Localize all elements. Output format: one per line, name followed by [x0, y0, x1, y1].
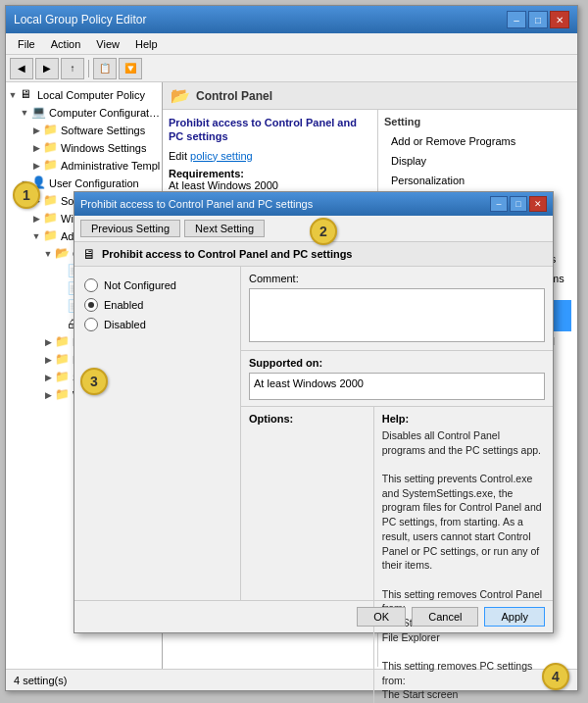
cp-edit-row: Edit policy setting: [169, 150, 371, 162]
expand-disp: [53, 282, 67, 296]
filter-button[interactable]: 🔽: [119, 58, 142, 79]
expand-win2: ▶: [41, 388, 55, 402]
menu-view[interactable]: View: [88, 36, 127, 52]
cp-policy-title: Prohibit access to Control Panel and PC …: [169, 116, 371, 144]
badge-4: 4: [542, 663, 569, 690]
cp-panel-title: Control Panel: [196, 89, 272, 103]
next-setting-button[interactable]: Next Setting: [184, 220, 265, 237]
main-title: Local Group Policy Editor: [14, 13, 146, 26]
maximize-button[interactable]: □: [528, 11, 548, 28]
dialog-title-btns: – □ ✕: [490, 196, 547, 212]
tree-label-computer-config: Computer Configuration: [49, 105, 162, 121]
list-item-display[interactable]: Display: [384, 151, 571, 171]
help-section: Help: Disables all Control Panel program…: [374, 407, 553, 703]
computer-icon: 🖥: [20, 87, 35, 101]
list-item-add-remove[interactable]: Add or Remove Programs: [384, 131, 571, 151]
expand-net: ▶: [41, 353, 55, 367]
cp-edit-label: Edit: [169, 150, 187, 162]
dialog-minimize[interactable]: –: [490, 196, 508, 212]
radio-circle-disabled: [84, 318, 98, 331]
supported-section: Supported on: At least Windows 2000: [241, 351, 553, 407]
radio-enabled[interactable]: Enabled: [84, 298, 230, 312]
tree-label-sw: Software Settings: [61, 123, 145, 138]
status-text: 4 setting(s): [14, 675, 67, 686]
dialog-title: Prohibit access to Control Panel and PC …: [80, 198, 313, 210]
folder-icon-9: 📁: [55, 352, 71, 366]
cancel-button[interactable]: Cancel: [412, 607, 478, 627]
apply-button[interactable]: Apply: [484, 607, 545, 627]
folder-icon-7: 📁: [43, 228, 59, 242]
tree-item-computer-config[interactable]: ▼ 💻 Computer Configuration: [6, 104, 162, 122]
radio-label-enabled: Enabled: [104, 299, 143, 311]
supported-value: At least Windows 2000: [249, 373, 545, 400]
menu-action[interactable]: Action: [43, 36, 89, 52]
list-item-personalization[interactable]: Personalization: [384, 171, 571, 190]
up-button[interactable]: ↑: [61, 58, 84, 79]
folder-open-icon: 📂: [55, 246, 71, 260]
radio-circle-enabled: [84, 298, 98, 312]
radio-not-configured[interactable]: Not Configured: [84, 278, 230, 292]
radio-circle-not-configured: [84, 278, 98, 292]
menu-file[interactable]: File: [10, 36, 43, 52]
badge-1: 1: [13, 181, 40, 209]
badge-2: 2: [310, 218, 337, 245]
tree-item-win-settings[interactable]: ▶ 📁 Windows Settings: [6, 139, 162, 157]
radio-disabled[interactable]: Disabled: [84, 318, 230, 331]
expand-local: ▼: [6, 88, 20, 102]
cp-folder-icon: 📂: [171, 86, 190, 105]
title-bar-buttons: – □ ✕: [507, 11, 569, 28]
radio-label-disabled: Disabled: [104, 319, 146, 330]
cp-req-label: Requirements:: [169, 168, 371, 179]
previous-setting-button[interactable]: Previous Setting: [80, 220, 180, 237]
tree-item-admin-templ[interactable]: ▶ 📁 Administrative Templ: [6, 157, 162, 175]
folder-icon-10: 📁: [55, 370, 71, 383]
folder-icon-8: 📁: [55, 334, 71, 348]
expand-user-admin: ▼: [29, 229, 43, 243]
dialog-subtitle-text: Prohibit access to Control Panel and PC …: [102, 248, 353, 260]
folder-icon-1: 💻: [31, 105, 47, 119]
back-button[interactable]: ◀: [10, 58, 33, 79]
show-hide-button[interactable]: 📋: [93, 58, 117, 79]
tree-label-admin: Administrative Templ: [61, 158, 160, 174]
minimize-button[interactable]: –: [507, 11, 526, 28]
folder-icon-11: 📁: [55, 387, 71, 401]
radio-label-not-configured: Not Configured: [104, 279, 176, 291]
menu-bar: File Action View Help: [6, 33, 577, 55]
toolbar-separator: [88, 60, 89, 77]
cp-policy-link[interactable]: policy setting: [190, 150, 253, 162]
folder-icon-2: 📁: [43, 123, 59, 136]
ok-button[interactable]: OK: [357, 607, 406, 627]
tree-label-local: Local Computer Policy: [37, 87, 145, 103]
expand-computer-config: ▼: [18, 106, 31, 120]
dialog-subtitle: 🖥 Prohibit access to Control Panel and P…: [74, 242, 553, 267]
tree-label-user: User Configuration: [49, 176, 139, 191]
options-help: Options: Help: Disables all Control Pane…: [241, 407, 553, 703]
dialog-left-panel: Not Configured Enabled Disabled: [74, 267, 241, 600]
cp-req-value: At least Windows 2000: [169, 179, 371, 191]
menu-help[interactable]: Help: [127, 36, 166, 52]
comment-input[interactable]: [249, 288, 545, 342]
dialog-right-panel: Comment: Supported on: At least Windows …: [241, 267, 553, 600]
dialog-title-bar: Prohibit access to Control Panel and PC …: [74, 192, 553, 216]
options-section: Options:: [241, 407, 374, 703]
expand-print: [53, 318, 67, 331]
dialog-maximize[interactable]: □: [510, 196, 527, 212]
tree-item-sw-settings[interactable]: ▶ 📁 Software Settings: [6, 122, 162, 139]
tree-label-win: Windows Settings: [61, 140, 146, 156]
inner-dialog: Prohibit access to Control Panel and PC …: [74, 191, 554, 633]
forward-button[interactable]: ▶: [35, 58, 59, 79]
tree-item-local-computer[interactable]: ▼ 🖥 Local Computer Policy: [6, 86, 162, 104]
options-label: Options:: [249, 413, 366, 425]
expand-sw: ▶: [29, 124, 43, 137]
help-text: Disables all Control Panel programs and …: [382, 428, 545, 703]
comment-label: Comment:: [249, 273, 545, 284]
expand-user-win: ▶: [29, 212, 43, 226]
dialog-subtitle-icon: 🖥: [82, 246, 96, 262]
expand-shared: ▶: [41, 371, 55, 384]
folder-icon-4: 📁: [43, 158, 59, 172]
expand-pers: [53, 300, 67, 314]
main-title-bar: Local Group Policy Editor – □ ✕: [6, 6, 577, 33]
dialog-close[interactable]: ✕: [529, 196, 547, 212]
radio-group: Not Configured Enabled Disabled: [84, 278, 230, 331]
close-button[interactable]: ✕: [550, 11, 569, 28]
